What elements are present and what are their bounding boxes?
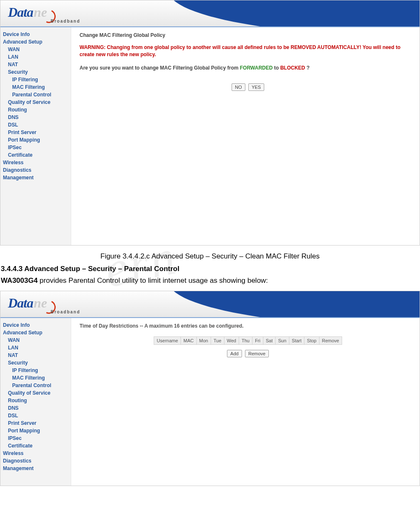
col-tue: Tue [211, 337, 224, 345]
nav2-ipsec[interactable]: IPSec [3, 434, 71, 442]
nav-security[interactable]: Security [3, 68, 71, 76]
router-header: Data ne Broadband [0, 0, 420, 27]
nav-print-server[interactable]: Print Server [3, 129, 71, 136]
nav-nat[interactable]: NAT [3, 61, 71, 68]
logo-2: Data ne [8, 295, 47, 311]
nav2-wan[interactable]: WAN [3, 336, 71, 344]
col-mon: Mon [196, 337, 211, 345]
nav2-management[interactable]: Management [3, 465, 71, 472]
nav-certificate[interactable]: Certificate [3, 151, 71, 159]
nav-diagnostics[interactable]: Diagnostics [3, 166, 71, 174]
nav-port-mapping[interactable]: Port Mapping [3, 136, 71, 144]
nav2-ip-filtering[interactable]: IP Filtering [3, 367, 71, 374]
logo: Data ne [8, 5, 47, 20]
col-sun: Sun [276, 337, 289, 345]
nav-lan[interactable]: LAN [3, 53, 71, 61]
nav-mac-filtering[interactable]: MAC Filtering [3, 83, 71, 91]
figure-caption-1: Figure 3.4.4.2.c Advanced Setup – Securi… [0, 252, 420, 261]
col-mac: MAC [181, 337, 196, 345]
section-heading: 3.4.4.3 Advanced Setup – Security – Pare… [0, 265, 420, 273]
sidebar: Device Info Advanced Setup WAN LAN NAT S… [0, 27, 71, 245]
nav2-parental-control[interactable]: Parental Control [3, 382, 71, 389]
nav-dsl[interactable]: DSL [3, 121, 71, 129]
nav-dns[interactable]: DNS [3, 114, 71, 121]
content-area-2: Time of Day Restrictions -- A maximum 16… [71, 318, 420, 486]
nav2-routing[interactable]: Routing [3, 397, 71, 404]
warning-text: WARNING: Changing from one global policy… [80, 44, 416, 58]
col-wed: Wed [224, 337, 239, 345]
nav2-nat[interactable]: NAT [3, 352, 71, 359]
tod-table: Username MAC Mon Tue Wed Thu Fri Sat Sun… [154, 336, 342, 345]
content-title: Change MAC Filtering Global Policy [80, 32, 416, 38]
nav2-port-mapping[interactable]: Port Mapping [3, 427, 71, 434]
add-button[interactable]: Add [227, 350, 242, 357]
router-screenshot-parental: Data ne Broadband Device Info Advanced S… [0, 291, 420, 486]
col-start: Start [289, 337, 304, 345]
section-paragraph: WA3003G4 provides Parental Control utili… [0, 277, 420, 285]
para-rest: provides Parental Control utility to lim… [38, 277, 268, 284]
nav2-dns[interactable]: DNS [3, 404, 71, 412]
logo-sub-2: Broadband [51, 310, 80, 314]
nav2-lan[interactable]: LAN [3, 344, 71, 352]
logo-sub: Broadband [51, 19, 80, 23]
nav-qos[interactable]: Quality of Service [3, 98, 71, 106]
confirm-buttons: NO YES [80, 83, 416, 91]
router-screenshot-mac-filter: Data ne Broadband Device Info Advanced S… [0, 0, 420, 246]
col-stop: Stop [304, 337, 320, 345]
router-header-2: Data ne Broadband [0, 291, 420, 318]
nav2-certificate[interactable]: Certificate [3, 442, 71, 450]
no-button[interactable]: NO [232, 83, 245, 91]
nav-ip-filtering[interactable]: IP Filtering [3, 76, 71, 83]
tod-buttons: Add Remove [80, 350, 416, 357]
q-mid: to [274, 65, 281, 71]
nav-wireless[interactable]: Wireless [3, 159, 71, 166]
col-remove: Remove [319, 337, 342, 345]
nav2-device-info[interactable]: Device Info [3, 321, 71, 329]
nav2-wireless[interactable]: Wireless [3, 450, 71, 457]
nav2-qos[interactable]: Quality of Service [3, 389, 71, 397]
q-from: FORWARDED [240, 65, 273, 71]
nav2-dsl[interactable]: DSL [3, 412, 71, 419]
nav2-print-server[interactable]: Print Server [3, 419, 71, 427]
nav-ipsec[interactable]: IPSec [3, 144, 71, 151]
logo-primary: Data [8, 5, 33, 20]
nav2-mac-filtering[interactable]: MAC Filtering [3, 374, 71, 382]
nav-wan[interactable]: WAN [3, 46, 71, 53]
nav-advanced-setup[interactable]: Advanced Setup [3, 38, 71, 46]
header-swoosh-2 [151, 291, 420, 318]
remove-button[interactable]: Remove [245, 350, 269, 357]
nav-routing[interactable]: Routing [3, 106, 71, 114]
q-to: BLOCKED [280, 65, 305, 71]
col-fri: Fri [252, 337, 263, 345]
col-thu: Thu [239, 337, 252, 345]
nav-management[interactable]: Management [3, 174, 71, 181]
sidebar-2: Device Info Advanced Setup WAN LAN NAT S… [0, 318, 71, 486]
logo-primary-2: Data [8, 295, 33, 310]
col-username: Username [154, 337, 181, 345]
nav2-diagnostics[interactable]: Diagnostics [3, 457, 71, 465]
nav2-advanced-setup[interactable]: Advanced Setup [3, 329, 71, 336]
nav2-security[interactable]: Security [3, 359, 71, 367]
confirm-question: Are you sure you want to change MAC Filt… [80, 65, 416, 71]
nav-parental-control[interactable]: Parental Control [3, 91, 71, 98]
para-bold: WA3003G4 [1, 277, 38, 284]
q-pre: Are you sure you want to change MAC Filt… [80, 65, 240, 71]
content-area: Change MAC Filtering Global Policy WARNI… [71, 27, 420, 245]
nav-device-info[interactable]: Device Info [3, 31, 71, 38]
tod-title: Time of Day Restrictions -- A maximum 16… [80, 323, 416, 329]
header-swoosh [151, 0, 420, 27]
q-post: ? [307, 65, 309, 71]
col-sat: Sat [263, 337, 276, 345]
yes-button[interactable]: YES [248, 83, 264, 91]
